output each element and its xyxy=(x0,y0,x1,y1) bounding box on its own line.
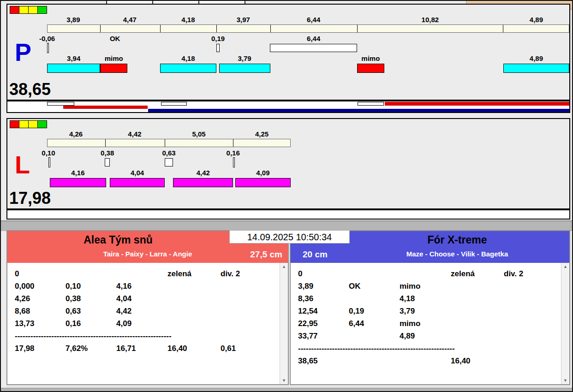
offset-value-label: 0,19 xyxy=(211,35,225,42)
scroll-down-icon[interactable]: ▼ xyxy=(280,378,288,383)
team-panel-left: Alea Tým snů Taira - Paixy - Larra - Ang… xyxy=(6,230,289,385)
measure-panel-l: L 4,264,425,054,25 0,100,380,630,16 4,16… xyxy=(6,118,570,209)
offset-value-label: 0,63 xyxy=(162,149,175,157)
score-list-left[interactable]: 0zelenádiv. 20,0000,104,164,260,384,048,… xyxy=(7,263,288,384)
score-cell: 13,73 xyxy=(15,317,66,330)
indicator-square xyxy=(10,6,19,14)
offset-value-label: -0,06 xyxy=(39,35,55,42)
score-cell: 4,09 xyxy=(116,317,167,330)
score-list-right[interactable]: 0zelenádiv. 23,89OKmimo8,364,1812,540,19… xyxy=(291,263,569,384)
throw-labels: 4,164,044,424,09 xyxy=(47,169,291,177)
score-cell: mimo xyxy=(400,280,451,292)
progress-marker-box xyxy=(47,102,74,106)
score-cell xyxy=(504,280,569,292)
score-cell xyxy=(167,292,221,305)
scrollbar[interactable]: ▲ ▼ xyxy=(280,263,288,384)
score-cell xyxy=(504,317,569,330)
indicator-squares xyxy=(10,6,47,14)
scrollbar[interactable]: ▲ ▼ xyxy=(561,263,569,384)
throw-value-label: 4,42 xyxy=(197,169,210,177)
offset-labels: -0,06OK0,196,44 xyxy=(47,35,569,42)
score-cell xyxy=(504,292,569,305)
score-cell: 3,79 xyxy=(400,305,451,317)
throw-value-label: mimo xyxy=(361,54,380,62)
progress-marker-box xyxy=(358,102,384,106)
progress-strip-l xyxy=(6,209,570,220)
team-players: Maze - Choose - Vilik - Bagetka xyxy=(349,250,566,258)
score-cell: zelená xyxy=(451,267,504,280)
throw-bar xyxy=(100,64,127,73)
team-panel-right: Fór X-treme Maze - Choose - Vilik - Bage… xyxy=(290,230,570,385)
score-row: 8,364,18 xyxy=(298,292,569,305)
scroll-down-icon[interactable]: ▼ xyxy=(561,378,569,383)
score-cell: 0,10 xyxy=(66,280,116,292)
throw-bar xyxy=(110,178,165,187)
bottom-statusbar xyxy=(1,388,572,392)
progress-row xyxy=(7,102,569,106)
offset-marker xyxy=(48,157,50,167)
offset-value-label: 0,16 xyxy=(227,149,240,157)
score-cell: 16,40 xyxy=(451,355,504,367)
score-cell xyxy=(349,292,400,305)
offset-value-label: 0,10 xyxy=(42,149,55,157)
segment-labels: 3,894,474,183,976,4410,824,89 xyxy=(47,16,569,24)
offset-value-label: 6,44 xyxy=(307,35,320,42)
score-cell xyxy=(167,280,221,292)
scroll-up-icon[interactable]: ▲ xyxy=(280,264,288,269)
progress-bar xyxy=(148,109,570,112)
separator-dashes: ----------------------------------------… xyxy=(15,330,189,342)
score-cell xyxy=(221,317,288,330)
score-cell: 16,71 xyxy=(116,342,167,355)
segment-value-label: 10,82 xyxy=(422,16,439,24)
throw-value-label: 3,94 xyxy=(67,54,80,62)
indicator-square xyxy=(10,120,19,128)
score-cell: 38,65 xyxy=(298,355,349,367)
indicator-squares xyxy=(10,120,47,128)
indicator-square xyxy=(28,120,38,128)
segment-value-label: 5,05 xyxy=(192,130,205,138)
throw-bar xyxy=(160,64,216,73)
score-cell: 0,63 xyxy=(66,305,116,317)
throw-value-label: 4,16 xyxy=(71,169,84,177)
score-cell: 12,54 xyxy=(298,305,349,317)
score-cell: 8,68 xyxy=(15,305,66,317)
score-rows: 0zelenádiv. 20,0000,104,164,260,384,048,… xyxy=(7,263,288,355)
score-cell: 3,89 xyxy=(298,280,349,292)
offset-value-label: OK xyxy=(110,35,120,42)
score-cell: 4,26 xyxy=(15,292,66,305)
team-name: Fór X-treme xyxy=(349,234,566,246)
score-row: 8,680,634,42 xyxy=(15,305,288,317)
score-cell: 7,62% xyxy=(66,342,116,355)
segment xyxy=(48,139,105,147)
throw-bar xyxy=(503,64,569,73)
throw-bar xyxy=(173,178,233,187)
segment xyxy=(233,139,290,147)
scoreboard: Alea Tým snů Taira - Paixy - Larra - Ang… xyxy=(6,230,570,385)
score-cell xyxy=(349,330,400,342)
score-cell xyxy=(451,292,504,305)
throw-bars xyxy=(47,178,291,187)
indicator-square xyxy=(19,120,29,128)
offset-ticks xyxy=(47,157,291,167)
score-cell: 4,42 xyxy=(116,305,167,317)
score-cell xyxy=(167,317,221,330)
score-row: 38,6516,40 xyxy=(298,355,569,367)
score-cell: 22,95 xyxy=(298,317,349,330)
score-cell xyxy=(504,355,569,367)
throw-bar xyxy=(357,64,384,73)
scroll-up-icon[interactable]: ▲ xyxy=(561,264,569,269)
progress-bar xyxy=(385,102,569,106)
indicator-square xyxy=(28,6,38,14)
total-score-p: 38,65 xyxy=(9,81,51,98)
score-cell: div. 2 xyxy=(221,267,288,280)
score-row: 22,956,44mimo xyxy=(298,317,569,330)
app-window: P 3,894,474,183,976,4410,824,89 -0,06OK0… xyxy=(0,0,573,392)
score-cell xyxy=(400,355,451,367)
segment xyxy=(357,25,503,32)
score-cell: 4,89 xyxy=(400,330,451,342)
throw-labels: 3,94mimo4,183,79mimo4,89 xyxy=(47,54,569,62)
segment xyxy=(270,25,357,32)
score-cell: 33,77 xyxy=(298,330,349,342)
score-cell: 4,04 xyxy=(116,292,167,305)
score-cell xyxy=(451,280,504,292)
